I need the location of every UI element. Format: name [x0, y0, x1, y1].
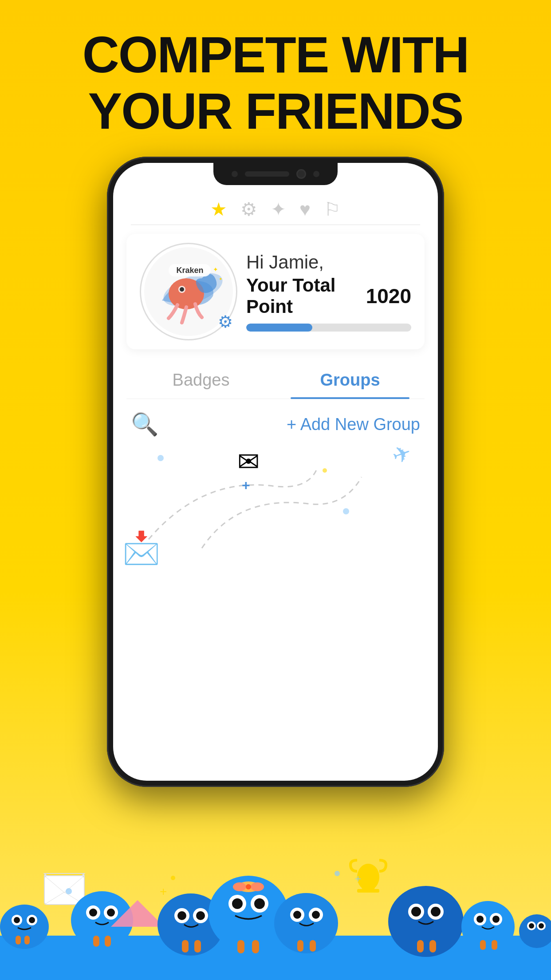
svg-point-64	[431, 907, 441, 917]
app-background: COMPETE WITH YOUR FRIENDS ★	[0, 0, 551, 980]
svg-point-12	[14, 917, 20, 923]
svg-point-62	[411, 907, 421, 917]
svg-rect-38	[194, 940, 201, 952]
svg-point-69	[476, 916, 484, 923]
points-label: Your Total Point	[246, 275, 366, 317]
svg-point-81	[335, 871, 340, 876]
svg-point-4	[180, 287, 184, 292]
svg-point-71	[492, 916, 500, 923]
deco-circle-3	[323, 468, 327, 473]
svg-text:✦: ✦	[213, 266, 218, 273]
svg-rect-37	[182, 940, 189, 952]
groups-empty-area: ✉ ✈ 📩 +	[113, 442, 438, 575]
svg-point-41	[232, 898, 243, 909]
svg-point-36	[196, 911, 205, 920]
svg-point-54	[312, 911, 320, 919]
add-new-group-button[interactable]: + Add New Group	[287, 415, 420, 434]
profile-card: Kraken ✦ ✦ ⚙	[126, 234, 425, 349]
points-value: 1020	[366, 284, 411, 308]
settings-gear-icon[interactable]: ⚙	[218, 312, 233, 332]
achievement-bar: ★ ⚙ ✦ ♥ ⚐	[113, 190, 438, 225]
headline: COMPETE WITH YOUR FRIENDS	[56, 0, 495, 148]
progress-bar-fill	[246, 324, 312, 332]
characters-svg: + +	[0, 669, 551, 980]
points-row: Your Total Point 1020	[246, 275, 411, 317]
svg-point-28	[107, 909, 115, 917]
floating-envelope-icon: ✉	[237, 446, 260, 477]
headline-line2: YOUR FRIENDS	[88, 83, 463, 139]
svg-point-46	[251, 882, 264, 891]
svg-rect-48	[237, 940, 244, 953]
svg-rect-20	[44, 876, 84, 905]
svg-rect-72	[480, 940, 486, 950]
svg-point-52	[293, 911, 301, 919]
in-screen-illustration: ✉ ✈ 📩 +	[113, 442, 438, 575]
svg-point-79	[66, 888, 72, 894]
svg-point-10	[0, 905, 49, 949]
phone-notch	[213, 163, 338, 185]
groups-toolbar: 🔍 + Add New Group	[113, 399, 438, 442]
svg-point-43	[254, 898, 265, 909]
notch-camera-dot	[232, 171, 238, 177]
svg-rect-30	[105, 936, 111, 947]
achievement-icon-star: ★	[210, 198, 227, 220]
notch-sensor-dot	[313, 171, 319, 177]
svg-point-78	[539, 923, 544, 929]
notch-speaker	[245, 171, 289, 177]
svg-point-34	[177, 911, 186, 920]
achievement-icon-heart: ♥	[299, 199, 311, 220]
deco-circle-1	[157, 455, 164, 461]
svg-rect-49	[252, 940, 259, 953]
achievement-divider	[131, 225, 420, 225]
search-icon[interactable]: 🔍	[131, 411, 158, 437]
svg-text:+: +	[160, 885, 167, 898]
svg-point-67	[461, 901, 515, 952]
user-info: Hi Jamie, Your Total Point 1020	[246, 243, 411, 336]
svg-rect-55	[297, 940, 303, 952]
tab-badges[interactable]: Badges	[126, 358, 276, 399]
svg-text:Kraken: Kraken	[176, 266, 203, 275]
tabs-section: Badges Groups	[126, 358, 425, 399]
svg-rect-16	[24, 936, 30, 944]
svg-point-80	[171, 876, 175, 880]
svg-point-50	[274, 893, 338, 953]
svg-point-60	[388, 886, 464, 957]
svg-point-45	[233, 882, 246, 891]
svg-rect-29	[93, 936, 99, 947]
notch-camera	[296, 169, 306, 179]
deco-circle-2	[343, 508, 349, 514]
svg-point-26	[89, 909, 97, 917]
svg-text:+: +	[355, 873, 361, 885]
svg-point-47	[246, 884, 251, 889]
svg-text:✦: ✦	[219, 277, 222, 281]
svg-point-76	[529, 923, 534, 929]
svg-rect-15	[16, 936, 21, 944]
svg-rect-56	[310, 940, 316, 952]
achievement-icon-gear: ⚙	[240, 198, 257, 220]
svg-rect-73	[492, 940, 497, 950]
plus-icon: +	[242, 477, 250, 494]
achievement-icon-shield: ✦	[271, 198, 286, 220]
greeting-text: Hi Jamie,	[246, 252, 411, 273]
svg-point-14	[29, 917, 35, 923]
svg-rect-65	[417, 940, 424, 952]
tab-groups[interactable]: Groups	[276, 358, 425, 399]
profile-row: Kraken ✦ ✦ ⚙	[140, 243, 411, 340]
achievement-icon-flag: ⚐	[324, 198, 341, 220]
headline-line1: COMPETE WITH	[83, 26, 468, 83]
avatar-wrapper: Kraken ✦ ✦ ⚙	[140, 243, 237, 340]
bottom-illustration: + +	[0, 669, 551, 980]
svg-rect-66	[429, 940, 436, 952]
left-envelope-icon: 📩	[122, 530, 161, 566]
progress-bar	[246, 324, 411, 332]
